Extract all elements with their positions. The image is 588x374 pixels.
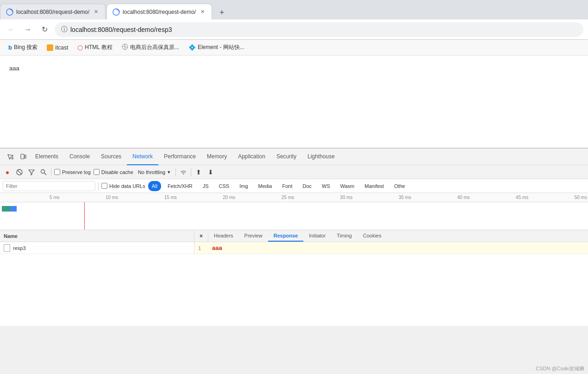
record-button[interactable]: ●	[3, 168, 12, 177]
tick-25ms: 25 ms	[236, 195, 295, 200]
devtools-toolbar: ● Preserve log	[0, 165, 588, 179]
filter-type-css[interactable]: CSS	[215, 181, 233, 191]
filter-type-manifest[interactable]: Manifest	[361, 181, 388, 191]
clear-button[interactable]	[15, 168, 24, 177]
devtools-select-icon[interactable]	[4, 150, 17, 163]
back-button[interactable]: ←	[5, 23, 18, 36]
tab-lighthouse[interactable]: Lighthouse	[302, 149, 340, 165]
tab-memory[interactable]: Memory	[201, 149, 232, 165]
filter-button[interactable]	[27, 168, 36, 177]
toolbar-separator-3	[191, 168, 191, 176]
watermark: CSDN @Code攻城狮	[536, 365, 584, 372]
filter-type-other[interactable]: Othe	[390, 181, 409, 191]
tab-console[interactable]: Console	[64, 149, 95, 165]
disable-cache-checkbox[interactable]: Disable cache	[94, 169, 133, 175]
detail-tabs: Headers Preview Response Initiator Timin…	[208, 230, 588, 242]
forward-button[interactable]: →	[21, 23, 34, 36]
tab-1-close[interactable]: ✕	[92, 8, 100, 16]
throttling-select[interactable]: No throttling ▼	[136, 168, 173, 176]
filter-type-ws[interactable]: WS	[318, 181, 334, 191]
tab-security[interactable]: Security	[271, 149, 302, 165]
svg-point-8	[41, 169, 45, 173]
devtools-device-icon[interactable]	[17, 150, 30, 163]
lock-icon: ⓘ	[61, 25, 68, 34]
timeline: 5 ms 10 ms 15 ms 20 ms 25 ms 30 ms 35 ms…	[0, 193, 588, 230]
detail-tab-timing[interactable]: Timing	[331, 230, 357, 242]
line-number: 1	[198, 245, 212, 251]
filter-type-wasm[interactable]: Wasm	[337, 181, 358, 191]
tab-performance[interactable]: Performance	[158, 149, 201, 165]
bookmark-itcast[interactable]: itcast	[43, 43, 72, 52]
tick-35ms: 35 ms	[354, 195, 413, 200]
tab-2-title: localhost:8080/request-demo/	[123, 9, 196, 15]
bookmark-itcast-label: itcast	[55, 44, 68, 51]
export-button[interactable]: ⬇	[206, 168, 215, 177]
filter-type-all[interactable]: All	[148, 181, 161, 191]
preserve-log-checkbox[interactable]: Preserve log	[54, 169, 91, 175]
tab-2-close[interactable]: ✕	[199, 8, 206, 16]
row-name-cell: resp3	[0, 242, 194, 254]
bing-icon: b	[8, 44, 12, 51]
tick-50ms: 50 ms	[529, 195, 588, 200]
detail-tab-initiator[interactable]: Initiator	[303, 230, 331, 242]
tick-40ms: 40 ms	[412, 195, 471, 200]
filter-input[interactable]	[3, 181, 95, 191]
new-tab-button[interactable]: +	[215, 6, 229, 19]
tab-1[interactable]: localhost:8080/request-demo/ ✕	[0, 4, 106, 19]
wifi-icon[interactable]	[179, 168, 188, 177]
detail-tab-headers[interactable]: Headers	[208, 230, 239, 242]
tab-1-title: localhost:8080/request-demo/	[16, 9, 89, 15]
file-icon	[4, 244, 10, 252]
filter-type-media[interactable]: Media	[255, 181, 276, 191]
network-table-header: Name × Headers Preview Response	[0, 230, 588, 242]
import-button[interactable]: ⬆	[194, 168, 203, 177]
tab-1-favicon	[6, 8, 13, 16]
url-bar[interactable]: ⓘ localhost:8080/request-demo/resp3	[55, 22, 583, 37]
bookmarks-bar: b Bing 搜索 itcast ⬡ HTML 教程 电商后台高保真原... 💠…	[0, 40, 588, 56]
bookmark-html[interactable]: ⬡ HTML 教程	[74, 42, 116, 53]
timeline-redline	[84, 202, 85, 230]
bookmark-html-label: HTML 教程	[85, 44, 113, 51]
throttling-arrow-icon: ▼	[167, 170, 171, 175]
hide-data-urls-checkbox[interactable]: Hide data URLs	[101, 183, 145, 189]
svg-point-0	[6, 9, 13, 15]
bookmark-element[interactable]: 💠 Element - 网站快...	[185, 42, 248, 53]
timeline-ruler: 5 ms 10 ms 15 ms 20 ms 25 ms 30 ms 35 ms…	[0, 193, 588, 202]
detail-tab-response[interactable]: Response	[268, 230, 304, 242]
tab-2[interactable]: localhost:8080/request-demo/ ✕	[106, 4, 212, 19]
detail-tab-preview[interactable]: Preview	[239, 230, 268, 242]
filter-type-js[interactable]: JS	[199, 181, 213, 191]
tick-45ms: 45 ms	[471, 195, 530, 200]
devtools-panel: Elements Console Sources Network Perform…	[0, 148, 588, 326]
filter-type-fetch-xhr[interactable]: Fetch/XHR	[164, 181, 196, 191]
address-bar: ← → ↻ ⓘ localhost:8080/request-demo/resp…	[0, 19, 588, 40]
browser-window: localhost:8080/request-demo/ ✕ localhost…	[0, 0, 588, 374]
timeline-content	[0, 202, 588, 230]
bookmark-ecommerce[interactable]: 电商后台高保真原...	[118, 42, 183, 53]
tick-5ms: 5 ms	[2, 195, 61, 200]
tick-10ms: 10 ms	[61, 195, 119, 200]
filter-type-doc[interactable]: Doc	[299, 181, 315, 191]
svg-point-1	[113, 9, 119, 15]
bookmark-bing[interactable]: b Bing 搜索	[5, 42, 41, 53]
table-row[interactable]: resp3 1 aaa	[0, 242, 588, 254]
tab-application[interactable]: Application	[232, 149, 271, 165]
search-button[interactable]	[39, 168, 48, 177]
detail-tab-cookies[interactable]: Cookies	[357, 230, 387, 242]
page-text: aaa	[9, 65, 19, 72]
html-icon: ⬡	[77, 44, 83, 51]
devtools-tab-bar: Elements Console Sources Network Perform…	[0, 149, 588, 165]
toolbar-separator-1	[51, 168, 51, 176]
filter-type-font[interactable]: Font	[278, 181, 296, 191]
tab-elements[interactable]: Elements	[30, 149, 64, 165]
element-icon: 💠	[188, 44, 196, 51]
url-text: localhost:8080/request-demo/resp3	[70, 26, 172, 33]
refresh-button[interactable]: ↻	[38, 23, 51, 36]
tab-network[interactable]: Network	[127, 149, 158, 165]
filter-type-img[interactable]: Img	[236, 181, 251, 191]
row-detail-cell: 1 aaa	[194, 242, 588, 254]
col-x-close[interactable]: ×	[194, 230, 208, 242]
col-name-header: Name	[0, 230, 194, 242]
tab-sources[interactable]: Sources	[95, 149, 127, 165]
tab-bar: localhost:8080/request-demo/ ✕ localhost…	[0, 0, 588, 19]
